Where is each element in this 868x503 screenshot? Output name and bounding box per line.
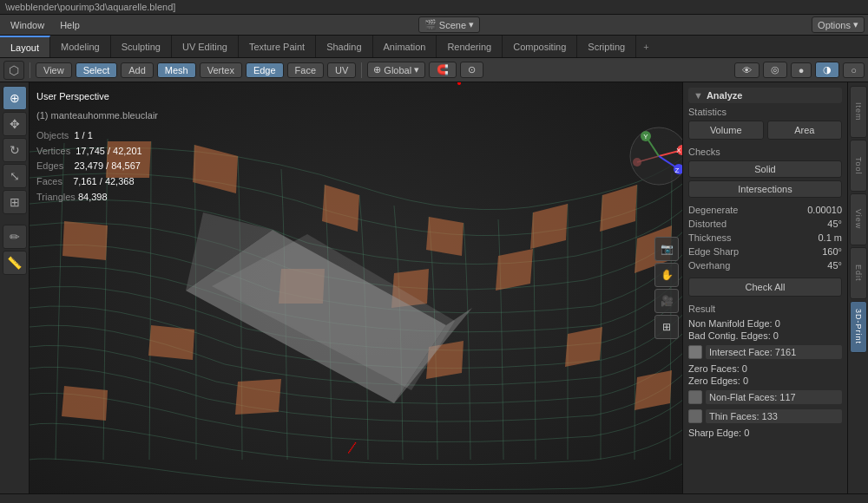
result-label: Result xyxy=(688,304,842,314)
snap-toggle[interactable]: 🧲 xyxy=(429,62,457,78)
scale-tool[interactable]: ⤡ xyxy=(3,164,27,188)
stats-buttons: Volume Area xyxy=(688,121,842,140)
intersect-face-text: Intersect Face: 7161 xyxy=(706,345,842,359)
chevron-icon: ▾ xyxy=(469,19,474,30)
transform-icon: ⊕ xyxy=(373,64,381,75)
measure-tool[interactable]: 📏 xyxy=(3,251,27,275)
overlay-btn[interactable]: 👁 xyxy=(734,62,760,78)
thickness-row: Thickness 0.1 m xyxy=(688,231,842,245)
statistics-label: Statistics xyxy=(688,107,842,117)
rmtab-view[interactable]: View xyxy=(850,193,867,245)
check-all-btn[interactable]: Check All xyxy=(688,278,842,297)
left-toolbar: ⊕ ✥ ↻ ⤡ ⊞ ✏ 📏 xyxy=(0,82,30,493)
viewport[interactable]: X Y Z User Perspective (1) manteauhomme.… xyxy=(30,82,682,493)
menu-help[interactable]: Help xyxy=(53,18,87,32)
tab-animation[interactable]: Animation xyxy=(373,36,437,57)
toolbar-sep-2 xyxy=(361,62,362,78)
intersect-face-color[interactable] xyxy=(688,345,702,359)
annotate-tool[interactable]: ✏ xyxy=(3,225,27,249)
editor-type-icon[interactable]: ⬡ xyxy=(3,61,24,80)
overhang-row: Overhang 45° xyxy=(688,258,842,272)
move-tool[interactable]: ✥ xyxy=(3,112,27,136)
view-btn[interactable]: View xyxy=(36,62,72,78)
tab-scripting[interactable]: Scripting xyxy=(577,36,636,57)
intersections-btn[interactable]: Intersections xyxy=(688,180,842,198)
edge-sharp-row: Edge Sharp 160° xyxy=(688,245,842,258)
transform-chevron-icon: ▾ xyxy=(414,64,419,75)
stats-overlay: User Perspective (1) manteauhomme.bleucl… xyxy=(36,89,158,205)
cursor-tool[interactable]: ⊕ xyxy=(3,86,27,110)
proportional-editing[interactable]: ⊙ xyxy=(460,62,483,78)
viewport-grid-btn[interactable]: ⊞ xyxy=(654,315,679,339)
svg-marker-16 xyxy=(235,379,281,415)
options-dropdown[interactable]: Options ▾ xyxy=(812,16,865,33)
svg-marker-12 xyxy=(148,325,194,360)
volume-btn[interactable]: Volume xyxy=(688,121,764,140)
area-btn[interactable]: Area xyxy=(767,121,843,140)
transform-dropdown[interactable]: ⊕ Global ▾ xyxy=(367,62,425,78)
stat-faces: Faces 7,161 / 42,368 xyxy=(36,174,158,190)
degenerate-row: Degenerate 0.00010 xyxy=(688,203,842,217)
tab-layout[interactable]: Layout xyxy=(0,36,50,57)
rmtab-item[interactable]: Item xyxy=(850,86,867,138)
non-flat-color[interactable] xyxy=(688,390,702,404)
analyze-section-header[interactable]: ▼ Analyze xyxy=(688,88,842,103)
tab-add[interactable]: + xyxy=(636,36,655,57)
add-btn[interactable]: Add xyxy=(121,62,154,78)
transform-tool[interactable]: ⊞ xyxy=(3,190,27,214)
svg-marker-7 xyxy=(62,221,108,260)
options-chevron-icon: ▾ xyxy=(853,19,858,30)
zero-edges-result: Zero Edges: 0 xyxy=(688,375,842,387)
main-content: ⊕ ✥ ↻ ⤡ ⊞ ✏ 📏 xyxy=(0,82,868,493)
checks-label: Checks xyxy=(688,147,842,157)
solid-shading-btn[interactable]: ● xyxy=(791,62,812,78)
edge-btn[interactable]: Edge xyxy=(246,62,284,78)
viewport-camera2-btn[interactable]: 🎥 xyxy=(654,289,679,313)
xray-btn[interactable]: ◎ xyxy=(763,62,787,78)
status-bar: Select: Left Click Cursor: Shift+Left Cl… xyxy=(0,493,868,503)
bad-contig-result: Bad Contig. Edges: 0 xyxy=(688,330,842,342)
scene-selector[interactable]: 🎬 Scene ▾ xyxy=(418,16,480,33)
tab-shading[interactable]: Shading xyxy=(316,36,372,57)
viewport-camera-btn[interactable]: 📷 xyxy=(654,237,679,261)
stat-vertices: Vertices 17,745 / 42,201 xyxy=(36,144,158,160)
tab-rendering[interactable]: Rendering xyxy=(437,36,503,57)
rotate-tool[interactable]: ↻ xyxy=(3,138,27,162)
material-shading-btn[interactable]: ◑ xyxy=(815,62,839,78)
svg-text:Y: Y xyxy=(643,133,648,140)
mesh-btn[interactable]: Mesh xyxy=(157,62,196,78)
tab-uv-editing[interactable]: UV Editing xyxy=(172,36,239,57)
distorted-row: Distorted 45° xyxy=(688,217,842,231)
uv-btn[interactable]: UV xyxy=(327,62,356,78)
tab-texture-paint[interactable]: Texture Paint xyxy=(239,36,316,57)
rmtab-tool[interactable]: Tool xyxy=(850,140,867,192)
title-bar: \webblender\pourimp3d\aquarelle.blend] xyxy=(0,0,868,15)
red-cursor: ⟋ xyxy=(341,434,364,460)
workspace-tabs: Layout Modeling Sculpting UV Editing Tex… xyxy=(0,36,868,58)
menu-window[interactable]: Window xyxy=(3,18,51,32)
zero-faces-result: Zero Faces: 0 xyxy=(688,363,842,375)
face-btn[interactable]: Face xyxy=(287,62,324,78)
stat-triangles: Triangles 84,398 xyxy=(36,190,158,206)
rmtab-3dprint[interactable]: 3D-Print xyxy=(850,301,867,353)
solid-btn[interactable]: Solid xyxy=(688,160,842,178)
non-flat-faces-result: Non-Flat Faces: 117 xyxy=(688,389,842,406)
panel-content: ▼ Analyze Statistics Volume Area Checks … xyxy=(683,82,847,493)
rmtab-edit[interactable]: Edit xyxy=(850,247,867,299)
tab-compositing[interactable]: Compositing xyxy=(503,36,577,57)
render-shading-btn[interactable]: ○ xyxy=(843,62,865,78)
object-name: (1) manteauhomme.bleuclair xyxy=(36,108,158,124)
vertex-btn[interactable]: Vertex xyxy=(200,62,242,78)
viewport-side-controls: 📷 ✋ 🎥 ⊞ xyxy=(654,237,679,339)
tab-modeling[interactable]: Modeling xyxy=(50,36,111,57)
analyze-arrow-icon: ▼ xyxy=(694,90,703,101)
viewport-hand-btn[interactable]: ✋ xyxy=(654,263,679,287)
statistics-section: Statistics Volume Area xyxy=(688,107,842,140)
select-btn[interactable]: Select xyxy=(76,62,118,78)
tab-sculpting[interactable]: Sculpting xyxy=(111,36,172,57)
thin-faces-text: Thin Faces: 133 xyxy=(706,409,842,423)
svg-marker-4 xyxy=(426,217,464,256)
editor-toolbar: ⬡ View Select Add Mesh Vertex Edge Face … xyxy=(0,58,868,82)
thin-faces-color[interactable] xyxy=(688,409,702,423)
checks-section: Checks Solid Intersections Degenerate 0.… xyxy=(688,147,842,297)
